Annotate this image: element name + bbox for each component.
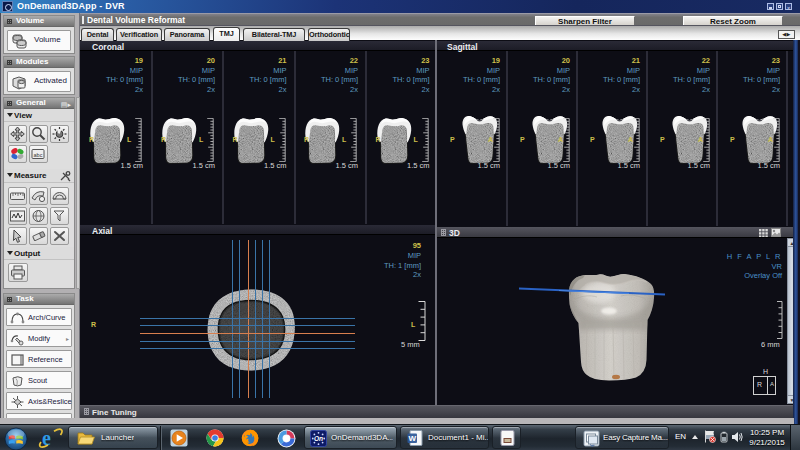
svg-text:abc: abc xyxy=(34,152,43,158)
svg-text:W: W xyxy=(408,434,416,443)
svg-text:On: On xyxy=(314,435,323,442)
